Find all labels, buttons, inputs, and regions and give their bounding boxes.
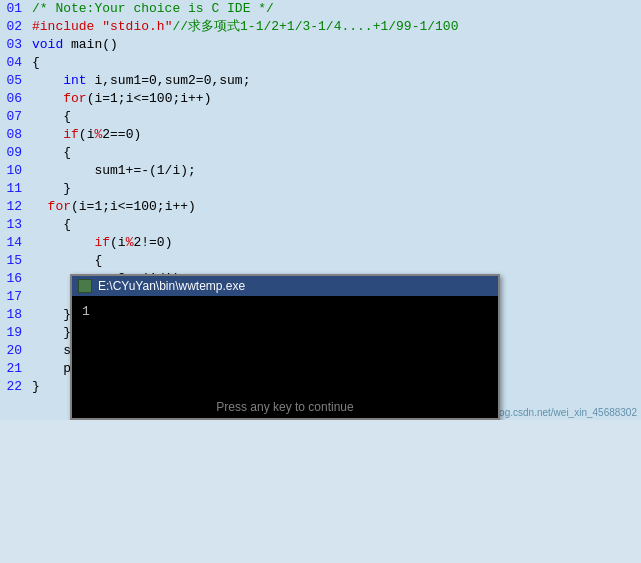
line-number: 15	[0, 252, 28, 270]
line-code: /* Note:Your choice is C IDE */	[28, 0, 641, 18]
code-token	[32, 361, 63, 376]
code-token: //求多项式1-1/2+1/3-1/4....+1/99-1/100	[172, 19, 458, 34]
line-code: }	[28, 180, 641, 198]
table-row: 02#include "stdio.h"//求多项式1-1/2+1/3-1/4.…	[0, 18, 641, 36]
code-token: {	[32, 55, 40, 70]
code-editor: 01/* Note:Your choice is C IDE */02#incl…	[0, 0, 641, 420]
line-number: 10	[0, 162, 28, 180]
code-token: (i=1;i<=100;i++)	[71, 199, 196, 214]
code-token: int	[63, 73, 86, 88]
code-token: if	[94, 235, 110, 250]
code-token: void	[32, 37, 63, 52]
line-number: 22	[0, 378, 28, 396]
code-token: }	[32, 325, 71, 340]
code-token: main()	[63, 37, 118, 52]
table-row: 14 if(i%2!=0)	[0, 234, 641, 252]
code-token: (i	[79, 127, 95, 142]
code-token: {	[32, 253, 102, 268]
line-number: 13	[0, 216, 28, 234]
table-row: 05 int i,sum1=0,sum2=0,sum;	[0, 72, 641, 90]
terminal-title: E:\CYuYan\bin\wwtemp.exe	[98, 279, 245, 293]
line-number: 19	[0, 324, 28, 342]
code-token: (i=1;i<=100;i++)	[87, 91, 212, 106]
line-code: #include "stdio.h"//求多项式1-1/2+1/3-1/4...…	[28, 18, 641, 36]
code-token: }	[32, 181, 71, 196]
line-number: 12	[0, 198, 28, 216]
line-number: 03	[0, 36, 28, 54]
code-token: for	[48, 199, 71, 214]
code-token	[32, 199, 48, 214]
line-code: {	[28, 252, 641, 270]
line-number: 14	[0, 234, 28, 252]
line-number: 06	[0, 90, 28, 108]
terminal-body: 1	[72, 296, 498, 396]
table-row: 11 }	[0, 180, 641, 198]
line-code: int i,sum1=0,sum2=0,sum;	[28, 72, 641, 90]
line-number: 01	[0, 0, 28, 18]
terminal-icon	[78, 279, 92, 293]
line-code: {	[28, 216, 641, 234]
terminal-popup: E:\CYuYan\bin\wwtemp.exe 1 Press any key…	[70, 274, 500, 420]
terminal-output: 1	[82, 304, 488, 319]
code-token	[32, 73, 63, 88]
line-number: 18	[0, 306, 28, 324]
terminal-continue-text: Press any key to continue	[216, 400, 353, 414]
line-number: 02	[0, 18, 28, 36]
table-row: 04{	[0, 54, 641, 72]
code-token: i,sum1=0,sum2=0,sum;	[87, 73, 251, 88]
code-token: (i	[110, 235, 126, 250]
line-number: 16	[0, 270, 28, 288]
line-number: 04	[0, 54, 28, 72]
table-row: 10 sum1+=-(1/i);	[0, 162, 641, 180]
table-row: 09 {	[0, 144, 641, 162]
line-code: for(i=1;i<=100;i++)	[28, 90, 641, 108]
code-token: {	[32, 217, 71, 232]
table-row: 06 for(i=1;i<=100;i++)	[0, 90, 641, 108]
code-token: /* Note:Your choice is C IDE */	[32, 1, 274, 16]
line-number: 05	[0, 72, 28, 90]
table-row: 01/* Note:Your choice is C IDE */	[0, 0, 641, 18]
code-token: }	[32, 307, 71, 322]
table-row: 08 if(i%2==0)	[0, 126, 641, 144]
line-code: void main()	[28, 36, 641, 54]
code-token: 2==0)	[102, 127, 141, 142]
table-row: 07 {	[0, 108, 641, 126]
code-token: 2!=0)	[133, 235, 172, 250]
line-number: 21	[0, 360, 28, 378]
line-number: 08	[0, 126, 28, 144]
table-row: 13 {	[0, 216, 641, 234]
table-row: 15 {	[0, 252, 641, 270]
code-token: sum1+=-(1/i);	[32, 163, 196, 178]
line-number: 11	[0, 180, 28, 198]
code-token: }	[32, 379, 40, 394]
line-number: 20	[0, 342, 28, 360]
terminal-footer: Press any key to continue	[72, 396, 498, 418]
code-token: "stdio.h"	[102, 19, 172, 34]
line-number: 17	[0, 288, 28, 306]
code-token	[32, 127, 63, 142]
code-token	[32, 235, 94, 250]
line-number: 09	[0, 144, 28, 162]
line-code: sum1+=-(1/i);	[28, 162, 641, 180]
table-row: 12 for(i=1;i<=100;i++)	[0, 198, 641, 216]
code-token	[32, 91, 63, 106]
line-code: {	[28, 108, 641, 126]
line-number: 07	[0, 108, 28, 126]
line-code: for(i=1;i<=100;i++)	[28, 198, 641, 216]
line-code: {	[28, 144, 641, 162]
table-row: 03void main()	[0, 36, 641, 54]
code-token: {	[32, 109, 71, 124]
line-code: {	[28, 54, 641, 72]
line-code: if(i%2==0)	[28, 126, 641, 144]
code-token: for	[63, 91, 86, 106]
terminal-titlebar: E:\CYuYan\bin\wwtemp.exe	[72, 276, 498, 296]
line-code: if(i%2!=0)	[28, 234, 641, 252]
code-token: {	[32, 145, 71, 160]
code-token: if	[63, 127, 79, 142]
code-token: #include	[32, 19, 102, 34]
